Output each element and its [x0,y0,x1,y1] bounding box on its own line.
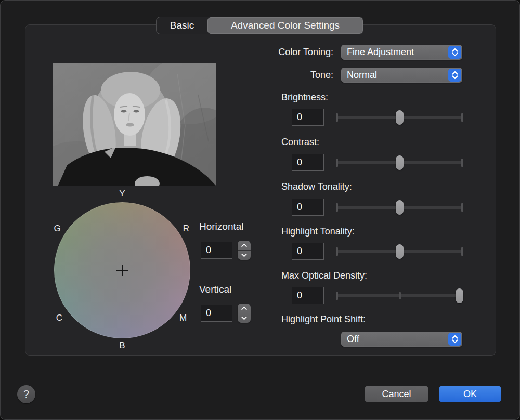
highlight-point-shift-select[interactable]: Off [341,332,462,347]
wheel-label-magenta: M [179,313,187,323]
brightness-input[interactable] [292,109,324,126]
vertical-stepper[interactable] [238,304,251,323]
wheel-label-red: R [183,224,189,234]
vertical-input[interactable] [201,305,232,322]
horizontal-label: Horizontal [199,221,244,232]
color-toning-label: Color Toning: [229,47,333,58]
slider-thumb[interactable] [396,155,404,170]
tab-group: Basic Advanced Color Settings [156,17,363,34]
shadow-tonality-input[interactable] [292,199,324,216]
contrast-input[interactable] [292,154,324,171]
stepper-down-icon[interactable] [238,251,251,260]
max-optical-density-slider[interactable] [336,287,463,304]
preview-photo [53,63,216,186]
slider-thumb[interactable] [396,244,404,259]
contrast-label: Contrast: [281,137,319,148]
highlight-tonality-input[interactable] [292,243,324,260]
slider-thumb[interactable] [456,288,463,303]
stepper-up-icon[interactable] [238,241,251,251]
tone-label: Tone: [229,70,333,81]
stepper-down-icon[interactable] [238,313,251,323]
slider-thumb[interactable] [396,110,404,125]
tab-basic[interactable]: Basic [157,17,207,34]
shadow-tonality-slider[interactable] [336,199,463,216]
color-toning-value: Fine Adjustment [341,47,448,58]
stepper-up-icon[interactable] [238,304,251,313]
slider-thumb[interactable] [396,200,404,215]
cancel-button[interactable]: Cancel [365,386,428,402]
vertical-label: Vertical [199,284,231,295]
ok-button[interactable]: OK [439,386,501,402]
highlight-tonality-label: Highlight Tonality: [281,226,355,237]
brightness-label: Brightness: [281,92,328,103]
highlight-point-shift-label: Highlight Point Shift: [281,314,366,325]
color-toning-select[interactable]: Fine Adjustment [341,45,462,60]
help-button[interactable]: ? [17,385,35,403]
advanced-color-settings-dialog: Basic Advanced Color Settings [0,0,520,420]
popup-chevrons-icon [448,333,461,346]
shadow-tonality-label: Shadow Tonality: [281,181,352,192]
wheel-label-blue: B [119,340,125,351]
wheel-label-yellow: Y [119,189,125,199]
popup-chevrons-icon [448,46,461,59]
highlight-tonality-slider[interactable] [336,243,463,260]
brightness-slider[interactable] [336,109,463,126]
max-optical-density-label: Max Optical Density: [281,270,367,281]
horizontal-stepper[interactable] [238,241,251,260]
question-mark-icon: ? [23,388,29,400]
wheel-label-cyan: C [56,313,62,323]
tone-select[interactable]: Normal [341,68,462,83]
popup-chevrons-icon [448,69,461,82]
max-optical-density-input[interactable] [292,287,324,304]
highlight-point-shift-value: Off [341,334,448,345]
contrast-slider[interactable] [336,154,463,171]
tone-value: Normal [341,70,448,81]
horizontal-input[interactable] [201,242,232,259]
portrait-image [53,63,216,186]
tab-advanced-color-settings[interactable]: Advanced Color Settings [207,17,363,34]
wheel-label-green: G [54,224,60,234]
